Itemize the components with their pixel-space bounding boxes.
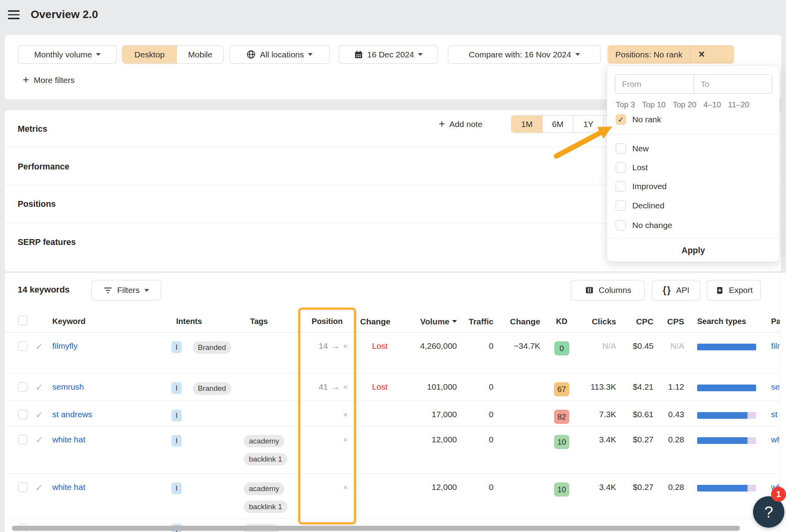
row-checkbox[interactable] — [18, 435, 28, 444]
clicks-value: 3.4K — [578, 474, 621, 519]
checkbox-icon[interactable] — [616, 162, 626, 173]
cpc-value: $0.61 — [621, 401, 658, 426]
position-arrow-icon: → — [331, 382, 340, 392]
header-parent: Par — [762, 317, 781, 326]
position-to-input[interactable] — [694, 75, 772, 93]
clicks-value: 7.3K — [578, 401, 621, 426]
add-note-button[interactable]: + Add note — [439, 119, 482, 129]
tag-pill: backlink 1 — [244, 453, 287, 466]
position-value: 14 — [319, 341, 328, 351]
quick-range-top3[interactable]: Top 3 — [616, 100, 635, 109]
horizontal-scrollbar[interactable] — [12, 526, 740, 531]
volume-value: 12,000 — [403, 474, 462, 519]
columns-button[interactable]: Columns — [571, 280, 645, 300]
header-volume-sort[interactable]: Volume — [403, 317, 462, 326]
option-declined[interactable]: Declined — [616, 201, 665, 211]
compare-label: Compare with: 16 Nov 2024 — [469, 50, 571, 59]
device-mobile-button[interactable]: Mobile — [177, 46, 223, 63]
intent-badge: I — [171, 410, 182, 422]
table-row: ✓ white hat I academy backlink 1 × 12,00… — [5, 426, 781, 474]
header-traffic: Traffic — [462, 317, 498, 326]
position-remove-icon[interactable]: × — [343, 410, 348, 419]
row-checkbox[interactable] — [18, 341, 28, 351]
filter-icon — [103, 286, 112, 295]
option-lost[interactable]: Lost — [616, 162, 648, 173]
menu-icon[interactable] — [8, 10, 20, 20]
cps-value: N/A — [658, 333, 689, 373]
cpc-value: $0.45 — [621, 333, 658, 373]
api-label: API — [676, 285, 690, 295]
header-tags: Tags — [188, 317, 298, 326]
close-icon[interactable]: × — [690, 45, 712, 64]
position-from-input[interactable] — [615, 75, 694, 93]
option-improved[interactable]: Improved — [616, 181, 667, 191]
more-filters-button[interactable]: + More filters — [23, 75, 75, 85]
row-checkbox[interactable] — [18, 410, 28, 419]
intent-badge: I — [171, 435, 182, 447]
tag-pill: Branded — [193, 341, 231, 354]
date-picker[interactable]: 16 Dec 2024 — [339, 45, 438, 64]
volume-mode-dropdown[interactable]: Monthly volume — [18, 45, 117, 64]
position-remove-icon[interactable]: × — [343, 341, 348, 351]
table-row: ✓ white hat I academy backlink 1 × 12,00… — [5, 474, 781, 519]
option-no-rank[interactable]: ✓ No rank — [616, 114, 661, 125]
row-checkbox[interactable] — [18, 382, 28, 392]
chevron-down-icon — [418, 53, 423, 56]
quick-range-top20[interactable]: Top 20 — [673, 100, 696, 109]
change-status: Lost — [372, 341, 388, 350]
filters-label: Filters — [117, 285, 140, 295]
row-checkbox[interactable] — [18, 482, 28, 492]
keyword-link[interactable]: st andrews — [52, 410, 92, 419]
quick-range-top10[interactable]: Top 10 — [642, 100, 666, 109]
device-desktop-button[interactable]: Desktop — [122, 46, 177, 63]
volume-value: 12,000 — [403, 426, 462, 473]
location-dropdown[interactable]: All locations — [229, 45, 329, 64]
export-button[interactable]: Export — [707, 280, 761, 300]
globe-icon — [246, 50, 256, 59]
range-1y-button[interactable]: 1Y — [573, 116, 604, 133]
search-types-bar — [697, 385, 756, 391]
checkbox-icon[interactable] — [616, 220, 626, 230]
tag-pill: backlink 1 — [244, 501, 287, 513]
cps-value: 0.28 — [658, 474, 689, 519]
header-intents: Intents — [171, 317, 188, 326]
checkbox-icon[interactable] — [616, 181, 626, 191]
traffic-change-value: −34.7K — [498, 333, 545, 373]
plus-icon: + — [23, 75, 29, 85]
filters-button[interactable]: Filters — [91, 280, 161, 300]
checkbox-checked-icon[interactable]: ✓ — [616, 114, 626, 125]
position-remove-icon[interactable]: × — [343, 482, 348, 492]
select-all-checkbox[interactable] — [18, 316, 28, 325]
compare-dropdown[interactable]: Compare with: 16 Nov 2024 — [448, 45, 601, 64]
checkbox-icon[interactable] — [616, 201, 626, 211]
positions-filter-chip[interactable]: Positions: No rank × — [607, 45, 734, 64]
position-remove-icon[interactable]: × — [343, 435, 348, 444]
header-clicks: Clicks — [578, 317, 621, 326]
keyword-link[interactable]: white hat — [52, 482, 85, 492]
option-no-change[interactable]: No change — [616, 220, 672, 230]
keyword-link[interactable]: white hat — [52, 435, 85, 444]
header-search-types: Search types — [689, 317, 762, 326]
section-performance: Performance — [18, 162, 69, 172]
kd-badge: 82 — [554, 410, 569, 424]
keywords-table-card: 14 keywords Filters — [5, 273, 781, 532]
export-label: Export — [729, 285, 753, 295]
quick-range-4-10[interactable]: 4–10 — [703, 100, 721, 109]
range-1m-button[interactable]: 1M — [512, 116, 542, 133]
apply-button[interactable]: Apply — [607, 239, 779, 262]
quick-range-11-20[interactable]: 11–20 — [728, 100, 749, 109]
range-6m-button[interactable]: 6M — [542, 116, 573, 133]
header-position: Position — [298, 317, 356, 326]
chevron-down-icon — [308, 53, 313, 56]
table-row: ✓ semrush I Branded 41 → × Lost 101,000 … — [5, 374, 781, 401]
tracked-check-icon: ✓ — [35, 410, 43, 420]
columns-icon — [585, 285, 594, 295]
option-new[interactable]: New — [616, 144, 649, 154]
search-types-bar — [697, 344, 756, 350]
position-remove-icon[interactable]: × — [343, 382, 348, 392]
columns-label: Columns — [599, 285, 631, 295]
api-button[interactable]: {} API — [652, 280, 700, 300]
keyword-link[interactable]: semrush — [52, 382, 84, 391]
keyword-link[interactable]: filmyfly — [52, 341, 77, 350]
checkbox-icon[interactable] — [616, 144, 626, 154]
